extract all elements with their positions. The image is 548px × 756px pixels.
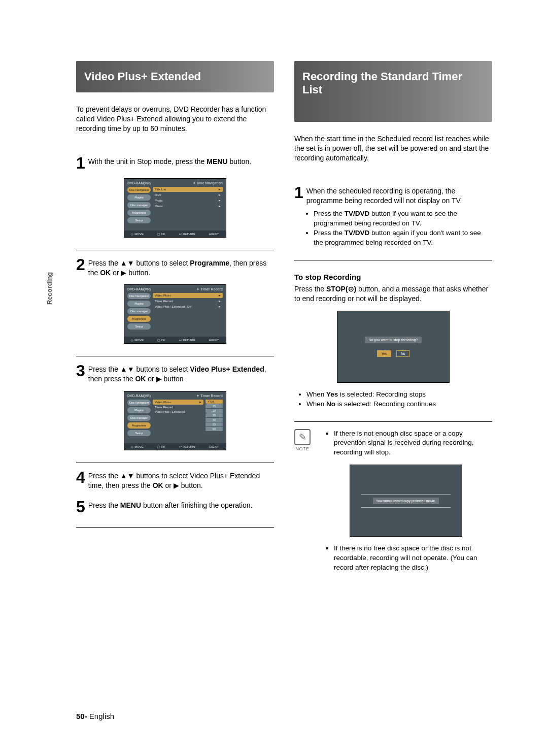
- note-icon-group: ✎ NOTE: [294, 429, 311, 451]
- ui-screenshot-2: DVD-RAM(VR)✦ Timer Record Disc Navigatio…: [124, 284, 226, 344]
- text: Press the: [314, 229, 345, 237]
- text: OK: [161, 339, 165, 342]
- tv-no-button: No: [396, 350, 409, 357]
- page: Recording Video Plus+ Extended To preven…: [0, 0, 548, 756]
- divider: [76, 463, 274, 463]
- step-number: 2: [76, 256, 85, 273]
- text: or: [163, 481, 174, 489]
- menu-vpe: Video Plus+ Extended: [153, 410, 203, 414]
- label: Photo: [155, 199, 163, 202]
- text: Press the: [88, 259, 120, 267]
- text: When: [306, 390, 326, 398]
- text: button after finishing the operation.: [141, 501, 252, 509]
- label: Video Plus+: [155, 294, 171, 297]
- stop-label: STOP(: [326, 285, 348, 293]
- label: Title List: [155, 188, 166, 191]
- step-text: Press the ▲▼ buttons to select Programme…: [88, 256, 274, 278]
- tvdvd-label: TV/DVD: [345, 210, 370, 217]
- right-arrow-icon: ▶: [174, 481, 179, 489]
- ok-label: OK: [135, 375, 146, 383]
- side-setup: Setup: [127, 430, 151, 436]
- tv-line: [361, 507, 451, 508]
- menu-divx: DivX▸: [153, 192, 223, 198]
- ui-screenshot-3: DVD-RAM(VR)✦ Timer Record Disc Navigatio…: [124, 391, 226, 450]
- menu-timer-record: Timer Record▸: [153, 299, 223, 304]
- tv-prompt-screenshot: Do you want to stop recording? Yes No: [337, 311, 450, 383]
- text: Timer Record: [200, 394, 223, 398]
- menu-video-plus: Video Plus+▸: [153, 293, 223, 298]
- text: Disc Navigation: [197, 181, 223, 185]
- opt-20: 20: [206, 409, 223, 413]
- text: button.: [179, 481, 203, 489]
- footer-exit: ⊟ EXIT: [209, 445, 219, 448]
- label: Timer Record: [155, 300, 173, 303]
- side-disc-navigation: Disc Navigation: [127, 293, 151, 299]
- label: Timer Record: [155, 406, 173, 409]
- text: OK: [161, 233, 165, 236]
- step-text: When the scheduled recording is operatin…: [306, 184, 492, 206]
- text: Press the: [88, 472, 120, 480]
- arrow-icon: ▸: [219, 299, 221, 303]
- stop-icon: ⊙: [348, 285, 354, 293]
- divider: [294, 260, 492, 260]
- left-intro: To prevent delays or overruns, DVD Recor…: [76, 105, 274, 134]
- side-disc-navigation: Disc Navigation: [127, 187, 151, 193]
- no-label: No: [326, 400, 335, 408]
- tv-line: [361, 494, 451, 495]
- text: is selected: Recording stops: [338, 390, 426, 398]
- yes-label: Yes: [326, 390, 338, 398]
- arrow-icon: ▸: [219, 305, 221, 309]
- left-column: Video Plus+ Extended To prevent delays o…: [76, 61, 274, 573]
- step-1-block: 1 With the unit in Stop mode, press the …: [76, 154, 274, 250]
- arrow-icon: ▸: [219, 293, 221, 298]
- ui-title-left: DVD-RAM(VR): [127, 394, 151, 398]
- text: RETURN: [183, 339, 195, 342]
- text: RETURN: [183, 233, 195, 236]
- opt-50: 50: [206, 422, 223, 426]
- menu-vpe-off: Video Plus+ Extended : Off▸: [153, 304, 223, 309]
- step-4: 4 Press the ▲▼ buttons to select Video P…: [76, 468, 274, 490]
- menu-music: Music▸: [153, 204, 223, 209]
- footer-move: ◇ MOVE: [131, 232, 143, 236]
- footer-move: ◇ MOVE: [131, 445, 143, 448]
- text: Press the: [294, 285, 326, 293]
- footer-exit: ⊟ EXIT: [209, 232, 219, 236]
- footer-return: ↩ RETURN: [179, 232, 195, 236]
- note-icon: ✎: [294, 429, 311, 445]
- side-disc-navigation: Disc Navigation: [127, 400, 151, 406]
- list-item: Press the TV/DVD button again if you don…: [314, 228, 492, 248]
- footer-exit: ⊟ EXIT: [209, 338, 219, 342]
- step-number: 4: [76, 469, 85, 485]
- arrow-icon: ▸: [219, 187, 221, 191]
- stop-recording-text: Press the STOP(⊙) button, and a message …: [294, 284, 492, 304]
- right-step-1-block: 1 When the scheduled recording is operat…: [294, 183, 492, 260]
- text: Press the: [314, 210, 345, 217]
- ui-footer: ◇ MOVE ▢ OK ↩ RETURN ⊟ EXIT: [124, 443, 226, 450]
- side-playlist: Playlist: [127, 194, 151, 201]
- divider: [294, 421, 492, 422]
- text: RETURN: [183, 445, 195, 448]
- menu-label: MENU: [207, 157, 227, 166]
- text: is selected: Recording continues: [335, 400, 436, 408]
- tvdvd-bullets: Press the TV/DVD button if you want to s…: [301, 209, 492, 248]
- page-lang: English: [89, 712, 114, 720]
- text: button.: [228, 157, 252, 166]
- divider: [76, 527, 274, 528]
- ui-title-left: DVD-RAM(VR): [127, 287, 151, 291]
- text: EXIT: [212, 445, 219, 448]
- opt-30: 30: [206, 413, 223, 417]
- up-down-arrow-icon: ▲▼: [120, 472, 134, 480]
- ui-main-menu: Video Plus+▸ Timer Record Video Plus+ Ex…: [153, 400, 203, 440]
- menu-timer-record: Timer Record: [153, 405, 203, 409]
- ok-label: OK: [100, 269, 111, 277]
- note-list-2: If there is no free disc space or the di…: [320, 544, 492, 573]
- ui-footer: ◇ MOVE ▢ OK ↩ RETURN ⊟ EXIT: [124, 337, 226, 343]
- right-column: Recording the Standard Timer List When t…: [294, 61, 492, 573]
- ui-title-left: DVD-RAM(VR): [127, 181, 151, 185]
- page-footer: 50- English: [76, 712, 114, 720]
- right-title-banner: Recording the Standard Timer List: [294, 61, 492, 122]
- list-item: When Yes is selected: Recording stops: [306, 390, 492, 400]
- right-step-1: 1 When the scheduled recording is operat…: [294, 183, 492, 206]
- tvdvd-label: TV/DVD: [345, 229, 370, 237]
- arrow-icon: ▸: [219, 204, 221, 208]
